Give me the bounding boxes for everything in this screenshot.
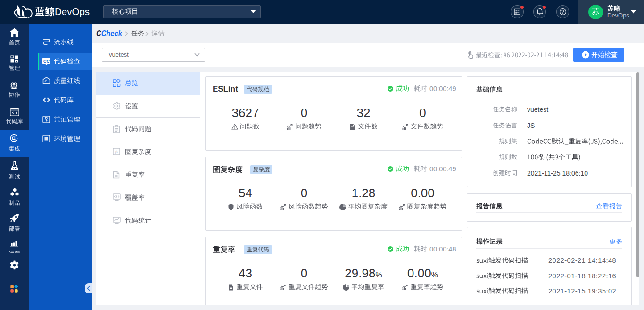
svg-text:CC: CC [43, 59, 50, 64]
svg-text:fx: fx [115, 149, 118, 154]
